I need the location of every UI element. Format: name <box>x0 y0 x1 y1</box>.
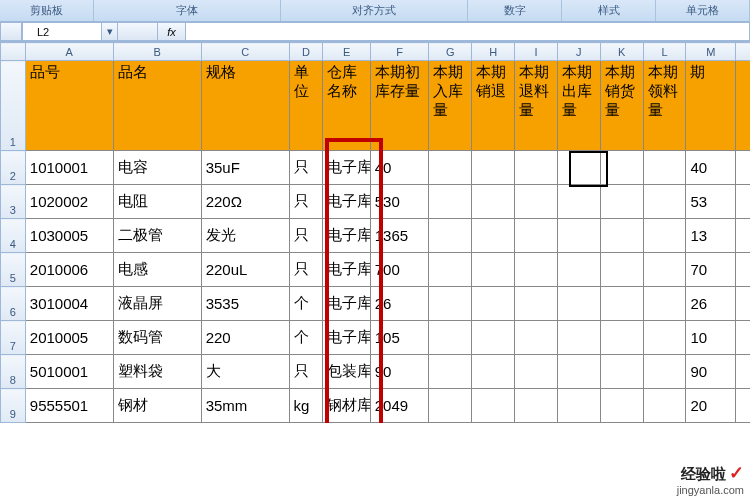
cell[interactable]: 电子库 <box>323 321 370 355</box>
cell[interactable]: 数码管 <box>113 321 201 355</box>
cell[interactable]: 二极管 <box>113 219 201 253</box>
cell[interactable]: kg <box>289 389 323 423</box>
col-header-extra[interactable] <box>736 43 750 61</box>
cell[interactable] <box>600 253 643 287</box>
col-header-F[interactable]: F <box>370 43 429 61</box>
col-header-B[interactable]: B <box>113 43 201 61</box>
cell[interactable]: 只 <box>289 253 323 287</box>
formula-input[interactable] <box>186 22 750 41</box>
header-cell[interactable]: 本期领料量 <box>643 61 686 151</box>
cell[interactable]: 只 <box>289 185 323 219</box>
col-header-A[interactable]: A <box>25 43 113 61</box>
cell[interactable]: 105 <box>370 321 429 355</box>
cell[interactable]: 1365 <box>370 219 429 253</box>
cell[interactable] <box>643 321 686 355</box>
cell[interactable] <box>736 321 750 355</box>
cell[interactable]: 35uF <box>201 151 289 185</box>
cell[interactable] <box>429 253 472 287</box>
cell[interactable]: 电阻 <box>113 185 201 219</box>
cell[interactable] <box>736 389 750 423</box>
cell[interactable] <box>515 287 558 321</box>
col-header-K[interactable]: K <box>600 43 643 61</box>
cell[interactable] <box>429 321 472 355</box>
cell[interactable] <box>472 287 515 321</box>
cell[interactable]: 70 <box>686 253 736 287</box>
cell[interactable]: 电感 <box>113 253 201 287</box>
row-header[interactable]: 4 <box>1 219 26 253</box>
cell[interactable]: 220uL <box>201 253 289 287</box>
cell[interactable] <box>429 355 472 389</box>
name-box-dropdown[interactable]: ▾ <box>102 22 118 41</box>
row-header[interactable]: 9 <box>1 389 26 423</box>
col-header-D[interactable]: D <box>289 43 323 61</box>
row-header[interactable]: 7 <box>1 321 26 355</box>
header-cell[interactable]: 仓库名称 <box>323 61 370 151</box>
cell[interactable] <box>429 151 472 185</box>
cell[interactable] <box>472 389 515 423</box>
cell[interactable]: 包装库 <box>323 355 370 389</box>
cell[interactable]: 电子库 <box>323 253 370 287</box>
cell[interactable]: 530 <box>370 185 429 219</box>
col-header-E[interactable]: E <box>323 43 370 61</box>
cell[interactable] <box>557 321 600 355</box>
col-header-G[interactable]: G <box>429 43 472 61</box>
header-cell[interactable] <box>736 61 750 151</box>
header-cell[interactable]: 期 <box>686 61 736 151</box>
cell[interactable] <box>736 219 750 253</box>
cell[interactable] <box>515 185 558 219</box>
cell[interactable] <box>557 287 600 321</box>
cell[interactable]: 电子库 <box>323 185 370 219</box>
cell[interactable]: 钢材 <box>113 389 201 423</box>
cell[interactable]: 个 <box>289 287 323 321</box>
ribbon-group-styles[interactable]: 样式 <box>562 0 656 21</box>
cell[interactable]: 发光 <box>201 219 289 253</box>
cell[interactable] <box>515 355 558 389</box>
cell[interactable]: 个 <box>289 321 323 355</box>
cell[interactable] <box>736 253 750 287</box>
cell[interactable]: 40 <box>370 151 429 185</box>
cell[interactable] <box>643 151 686 185</box>
cell[interactable] <box>515 321 558 355</box>
cell[interactable] <box>515 253 558 287</box>
row-header[interactable]: 3 <box>1 185 26 219</box>
cell[interactable]: 2010005 <box>25 321 113 355</box>
header-cell[interactable]: 本期初库存量 <box>370 61 429 151</box>
cell[interactable]: 26 <box>370 287 429 321</box>
cell[interactable] <box>643 219 686 253</box>
cell[interactable] <box>472 151 515 185</box>
cell[interactable]: 26 <box>686 287 736 321</box>
header-cell[interactable]: 本期销货量 <box>600 61 643 151</box>
cell[interactable] <box>736 287 750 321</box>
cell[interactable]: 电子库 <box>323 287 370 321</box>
cell[interactable]: 9555501 <box>25 389 113 423</box>
row-header[interactable]: 6 <box>1 287 26 321</box>
header-cell[interactable]: 本期出库量 <box>557 61 600 151</box>
col-header-H[interactable]: H <box>472 43 515 61</box>
cell[interactable] <box>600 355 643 389</box>
row-header[interactable]: 5 <box>1 253 26 287</box>
cell[interactable] <box>736 151 750 185</box>
cell[interactable] <box>429 219 472 253</box>
cell[interactable]: 电容 <box>113 151 201 185</box>
cell[interactable] <box>643 355 686 389</box>
header-cell[interactable]: 本期退料量 <box>515 61 558 151</box>
cell[interactable]: 1030005 <box>25 219 113 253</box>
cell[interactable]: 塑料袋 <box>113 355 201 389</box>
col-header-C[interactable]: C <box>201 43 289 61</box>
cell[interactable] <box>515 219 558 253</box>
cell[interactable]: 53 <box>686 185 736 219</box>
cell[interactable]: 只 <box>289 355 323 389</box>
cell[interactable] <box>515 151 558 185</box>
cell[interactable] <box>429 389 472 423</box>
worksheet[interactable]: ABCDEFGHIJKLM 1品号品名规格单位仓库名称本期初库存量本期入库量本期… <box>0 42 750 423</box>
header-cell[interactable]: 品名 <box>113 61 201 151</box>
cell[interactable] <box>600 389 643 423</box>
col-header-J[interactable]: J <box>557 43 600 61</box>
cell[interactable]: 700 <box>370 253 429 287</box>
cell[interactable]: 40 <box>686 151 736 185</box>
name-box[interactable]: L2 <box>22 22 102 41</box>
cell[interactable] <box>600 219 643 253</box>
row-header[interactable]: 8 <box>1 355 26 389</box>
cell[interactable] <box>557 151 600 185</box>
cell[interactable] <box>429 185 472 219</box>
